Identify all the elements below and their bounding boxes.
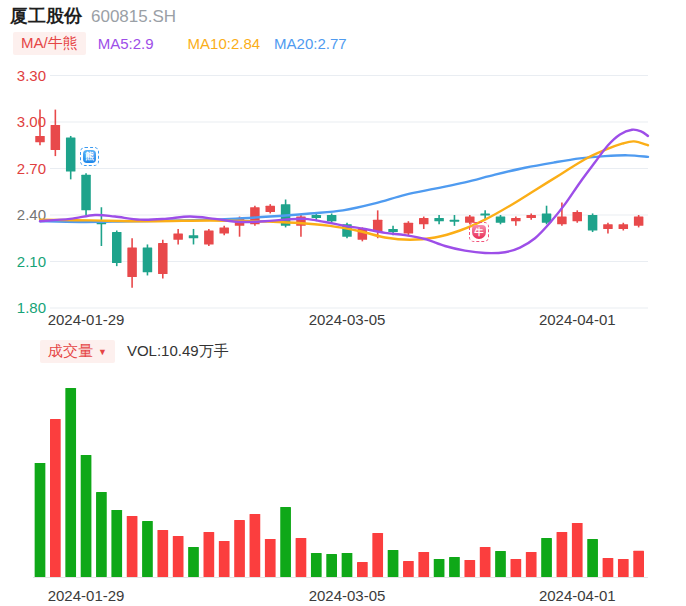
volume-bar xyxy=(572,523,583,577)
candle-body xyxy=(588,215,598,231)
volume-type-dropdown[interactable]: 成交量 ▼ xyxy=(40,340,115,363)
volume-bar xyxy=(111,510,122,577)
y-axis-price-label: 2.70 xyxy=(17,160,46,177)
volume-bar xyxy=(633,551,644,577)
stock-chart-app: 厦工股份 600815.SH MA/牛熊 MA5:2.9 MA10:2.84 M… xyxy=(0,0,686,606)
candle-body xyxy=(312,215,322,218)
chevron-down-icon: ▼ xyxy=(98,347,107,357)
volume-bar xyxy=(495,551,506,577)
x-axis-date-label: 2024-04-01 xyxy=(539,587,616,604)
candle-body xyxy=(219,227,229,233)
candle-body xyxy=(173,234,183,240)
volume-value: VOL:10.49万手 xyxy=(127,342,229,361)
x-axis-date-label: 2024-03-05 xyxy=(309,311,386,328)
bull-marker-icon[interactable]: 牛 xyxy=(469,222,489,242)
candle-body xyxy=(496,217,506,223)
candle-body xyxy=(143,248,153,273)
candle-body xyxy=(434,218,444,221)
volume-bar xyxy=(157,530,168,577)
y-axis-price-label: 3.30 xyxy=(17,67,46,84)
candle-body xyxy=(557,217,567,225)
volume-bar xyxy=(234,520,245,577)
candle-body xyxy=(112,232,122,263)
candle-body xyxy=(404,223,414,234)
x-axis-date-label: 2024-01-29 xyxy=(48,587,125,604)
volume-bar xyxy=(357,562,368,577)
volume-bar xyxy=(127,516,138,577)
volume-bar xyxy=(449,557,460,577)
candle-body xyxy=(634,217,644,226)
candle-body xyxy=(189,235,199,238)
volume-bar xyxy=(65,388,76,577)
bear-marker-glyph: 熊 xyxy=(83,150,96,163)
volume-bar xyxy=(311,553,322,577)
volume-type-label: 成交量 xyxy=(48,342,93,361)
volume-bar xyxy=(96,492,107,577)
bull-marker-glyph: 牛 xyxy=(472,225,486,239)
volume-bar xyxy=(418,552,429,577)
candle-body xyxy=(480,213,490,215)
volume-bar xyxy=(526,552,537,577)
volume-header: 成交量 ▼ VOL:10.49万手 xyxy=(40,340,229,363)
volume-bar xyxy=(511,559,522,577)
volume-bar xyxy=(250,514,261,577)
x-axis-date-label: 2024-04-01 xyxy=(539,311,616,328)
candle-body xyxy=(81,175,91,211)
volume-bar xyxy=(50,419,61,577)
ma-line-ma20 xyxy=(40,155,648,222)
volume-bar xyxy=(326,554,337,577)
volume-bar xyxy=(603,558,614,577)
volume-bar xyxy=(280,507,291,577)
volume-bar xyxy=(173,536,184,577)
volume-bar xyxy=(464,560,475,577)
x-axis-date-label: 2024-03-05 xyxy=(309,587,386,604)
bear-marker-icon[interactable]: 熊 xyxy=(80,147,99,166)
volume-bar xyxy=(188,547,199,577)
volume-bar xyxy=(541,538,552,577)
volume-bar xyxy=(296,538,307,577)
x-axis-date-label: 2024-01-29 xyxy=(48,311,125,328)
volume-bar xyxy=(388,550,399,577)
candle-body xyxy=(511,218,520,221)
candle-body xyxy=(127,248,137,277)
volume-bar xyxy=(35,463,46,577)
candle-body xyxy=(327,215,337,221)
y-axis-price-label: 2.10 xyxy=(17,253,46,270)
volume-bar xyxy=(204,532,215,577)
volume-bar xyxy=(403,561,414,577)
y-axis-price-label: 1.80 xyxy=(17,299,46,316)
volume-bar xyxy=(434,559,445,577)
volume-bar xyxy=(587,539,598,577)
y-axis-price-label: 3.00 xyxy=(17,113,46,130)
candle-body xyxy=(619,224,629,229)
candle-body xyxy=(388,229,398,232)
candle-body xyxy=(603,224,613,229)
candle-body xyxy=(35,136,45,142)
candle-body xyxy=(66,138,76,172)
candle-body xyxy=(204,231,214,245)
candle-body xyxy=(158,243,168,274)
volume-bar xyxy=(265,539,276,577)
candle-body xyxy=(51,125,61,150)
candle-body xyxy=(526,215,536,218)
volume-bar xyxy=(81,455,92,577)
candle-body xyxy=(266,206,276,212)
volume-bar xyxy=(372,533,383,577)
volume-bar xyxy=(342,553,353,577)
candlestick-and-volume-chart: 3.303.002.702.402.101.80 xyxy=(0,0,686,606)
volume-bar xyxy=(219,541,230,577)
volume-bar xyxy=(618,559,629,577)
volume-bar xyxy=(480,547,491,577)
candle-body xyxy=(419,218,429,224)
candle-body xyxy=(450,220,460,222)
volume-bar xyxy=(557,532,568,577)
candle-body xyxy=(573,212,583,221)
volume-bar xyxy=(142,521,153,577)
